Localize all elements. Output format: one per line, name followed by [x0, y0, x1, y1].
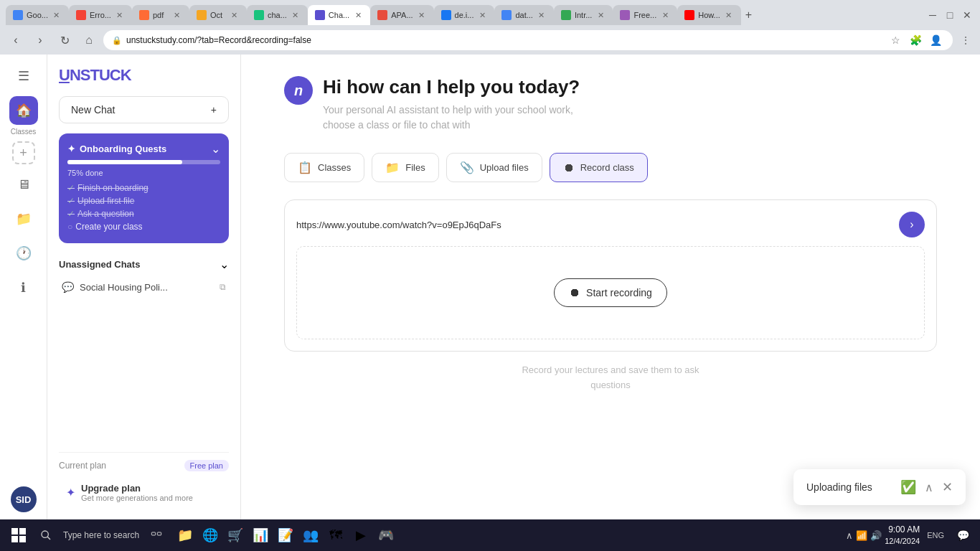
quest-items: ✓Finish on boarding✓Upload first file✓As… [67, 183, 220, 232]
more-tools-button[interactable]: ⋮ [957, 32, 974, 49]
unassigned-header[interactable]: Unassigned Chats ⌄ [59, 253, 229, 276]
taskbar: Type here to search 📁 🌐 🛒 📊 📝 👥 🗺 ▶ 🎮 ∧ … [0, 519, 980, 551]
progress-bar-bg [67, 160, 220, 164]
upgrade-button[interactable]: ✦ Upgrade plan Get more generations and … [59, 477, 229, 508]
taskbar-app-maps[interactable]: 🗺 [324, 524, 347, 547]
browser-tab-err[interactable]: Erro... ✕ [69, 5, 132, 25]
svg-rect-1 [19, 528, 26, 534]
ai-greeting: Hi how can I help you today? [323, 76, 580, 98]
unassigned-section: Unassigned Chats ⌄ 💬 Social Housing Poli… [59, 253, 229, 298]
bookmark-button[interactable]: ☆ [887, 32, 904, 49]
chat-item[interactable]: 💬 Social Housing Poli... ⧉ [59, 276, 229, 298]
profile-button[interactable]: 👤 [927, 32, 944, 49]
browser-tab-fb[interactable]: de.i... ✕ [434, 5, 495, 25]
browser-tab-chat[interactable]: Cha... ✕ [308, 5, 370, 25]
new-tab-button[interactable]: + [741, 9, 756, 22]
notification-button[interactable]: 💬 [951, 524, 974, 547]
tab-title: dat... [515, 11, 532, 19]
avatar[interactable]: SID [11, 486, 37, 512]
record-area: ⏺ Start recording [296, 246, 925, 339]
tab-close-button[interactable]: ✕ [230, 11, 240, 20]
uploading-chevron-icon[interactable]: ∧ [925, 481, 933, 494]
new-chat-button[interactable]: New Chat + [59, 96, 229, 123]
start-button[interactable] [6, 522, 32, 548]
chevron-icon[interactable]: ⌄ [211, 142, 220, 156]
tab-favicon [620, 10, 630, 20]
folder-button[interactable]: 📁 [9, 204, 38, 233]
start-recording-button[interactable]: ⏺ Start recording [554, 278, 667, 307]
lock-icon: 🔒 [112, 36, 122, 45]
onboarding-card: ✦ Onboarding Quests ⌄ 75% done ✓Finish o… [59, 133, 229, 243]
browser-tab-int[interactable]: Intr... ✕ [554, 5, 613, 25]
taskbar-app-word[interactable]: 📝 [274, 524, 297, 547]
minimize-button[interactable]: ─ [925, 8, 940, 22]
add-button[interactable]: + [12, 141, 35, 164]
tab-label: Classes [318, 162, 351, 173]
clock-button[interactable]: 🕐 [9, 239, 38, 268]
action-tab-record[interactable]: ⏺ Record class [550, 153, 648, 182]
forward-button[interactable]: › [30, 30, 50, 50]
refresh-button[interactable]: ↻ [55, 30, 75, 50]
svg-rect-7 [157, 532, 161, 535]
taskbar-app-store[interactable]: 🛒 [224, 524, 247, 547]
uploading-close-button[interactable]: ✕ [942, 479, 953, 495]
search-label[interactable]: Type here to search [60, 530, 142, 540]
url-input[interactable] [296, 220, 892, 230]
check-icon: ✓ [67, 196, 75, 206]
tab-close-button[interactable]: ✕ [477, 11, 487, 20]
browser-tab-fre[interactable]: Free... ✕ [613, 5, 677, 25]
monitor-button[interactable]: 🖥 [9, 170, 38, 199]
systray-network-icon[interactable]: 📶 [856, 530, 867, 541]
systray-sound-icon[interactable]: 🔊 [870, 530, 882, 541]
taskbar-app-explorer[interactable]: 📁 [174, 524, 197, 547]
tab-close-button[interactable]: ✕ [537, 11, 547, 20]
uploading-check-icon: ✅ [900, 479, 916, 495]
browser-tab-yt[interactable]: How... ✕ [677, 5, 741, 25]
chat-title: Social Housing Poli... [80, 282, 214, 293]
maximize-button[interactable]: □ [943, 8, 957, 22]
tab-close-button[interactable]: ✕ [724, 11, 734, 20]
browser-tab-cha2[interactable]: cha... ✕ [247, 5, 308, 25]
search-taskbar[interactable] [34, 524, 57, 547]
taskbar-app-teams[interactable]: 👥 [299, 524, 322, 547]
tab-close-button[interactable]: ✕ [52, 11, 62, 20]
browser-tab-pdf[interactable]: pdf ✕ [132, 5, 189, 25]
task-view-button[interactable] [145, 524, 168, 547]
close-browser-button[interactable]: ✕ [960, 8, 974, 22]
info-button[interactable]: ℹ [9, 273, 38, 302]
tab-close-button[interactable]: ✕ [172, 11, 182, 20]
home-icon-button[interactable]: 🏠 [9, 96, 38, 125]
sidebar-toggle[interactable]: ☰ [9, 62, 38, 90]
browser-tab-oct[interactable]: Oct ✕ [189, 5, 247, 25]
svg-point-4 [42, 531, 48, 537]
browser-tab-dat[interactable]: dat... ✕ [494, 5, 553, 25]
taskbar-app-excel[interactable]: 📊 [249, 524, 272, 547]
tab-icon: ⏺ [563, 161, 575, 174]
taskbar-app-g[interactable]: 🎮 [374, 524, 397, 547]
tab-close-button[interactable]: ✕ [353, 11, 363, 20]
address-box[interactable]: 🔒 unstuckstudy.com/?tab=Record&recording… [103, 30, 953, 50]
taskbar-time[interactable]: 9:00 AM 12/4/2024 [885, 524, 920, 547]
tab-close-button[interactable]: ✕ [595, 11, 606, 20]
date-display: 12/4/2024 [885, 536, 920, 547]
tab-close-button[interactable]: ✕ [115, 11, 125, 20]
browser-tab-apa[interactable]: APA... ✕ [370, 5, 433, 25]
systray-up-icon[interactable]: ∧ [846, 530, 853, 541]
action-tab-upload[interactable]: 📎 Upload files [446, 153, 542, 182]
tab-close-button[interactable]: ✕ [291, 11, 301, 20]
tab-favicon [441, 10, 451, 20]
action-tab-classes[interactable]: 📋 Classes [284, 153, 364, 182]
copy-icon[interactable]: ⧉ [220, 282, 226, 292]
home-button[interactable]: ⌂ [79, 30, 99, 50]
send-button[interactable]: › [899, 212, 925, 237]
taskbar-app-media[interactable]: ▶ [349, 524, 372, 547]
extensions-button[interactable]: 🧩 [907, 32, 924, 49]
tab-close-button[interactable]: ✕ [660, 11, 670, 20]
browser-tab-goog[interactable]: Goo... ✕ [6, 5, 69, 25]
tab-title: How... [698, 11, 720, 19]
tab-close-button[interactable]: ✕ [417, 11, 427, 20]
taskbar-app-edge[interactable]: 🌐 [199, 524, 222, 547]
upgrade-sub: Get more generations and more [81, 494, 193, 502]
action-tab-files[interactable]: 📁 Files [372, 153, 438, 182]
back-button[interactable]: ‹ [6, 30, 26, 50]
